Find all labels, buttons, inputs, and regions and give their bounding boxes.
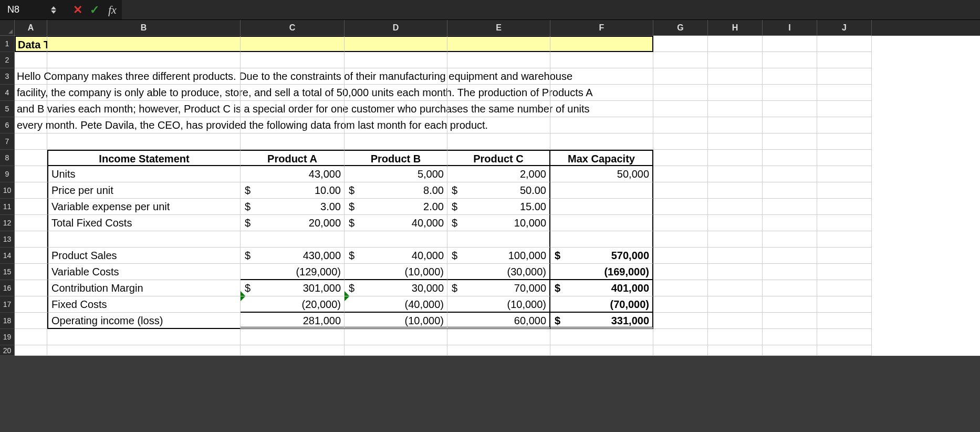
cell[interactable] [550, 215, 653, 231]
cell[interactable] [550, 182, 653, 199]
cell[interactable] [763, 182, 817, 199]
row-header[interactable]: 15 [0, 264, 15, 280]
cell[interactable] [763, 199, 817, 215]
cell[interactable] [447, 329, 550, 345]
cell-value[interactable]: $50.00 [447, 182, 550, 199]
cell-value[interactable]: 5,000 [345, 166, 447, 182]
cell[interactable] [345, 133, 447, 150]
cell[interactable] [817, 329, 872, 345]
row-header[interactable]: 9 [0, 166, 15, 182]
row-label-fixedc[interactable]: Fixed Costs [47, 296, 241, 313]
cell[interactable] [550, 133, 653, 150]
cell[interactable] [15, 182, 47, 199]
cell[interactable] [708, 68, 763, 85]
column-header[interactable]: I [763, 20, 817, 36]
cell-value[interactable]: $2.00 [345, 199, 447, 215]
cell-value[interactable]: 2,000 [447, 166, 550, 182]
row-label-varexp[interactable]: Variable expense per unit [47, 199, 241, 215]
cell[interactable] [15, 215, 47, 231]
cell-value[interactable]: $8.00 [345, 182, 447, 199]
cell[interactable] [708, 52, 763, 68]
cell[interactable] [447, 101, 550, 117]
cell[interactable] [817, 264, 872, 280]
cell[interactable] [653, 313, 708, 329]
cell-value[interactable]: 43,000 [241, 166, 345, 182]
cell-value[interactable]: (30,000) [447, 264, 550, 280]
cell[interactable] [241, 52, 345, 68]
cell[interactable] [653, 280, 708, 296]
cell-value[interactable]: (129,000) [241, 264, 345, 280]
cell[interactable] [550, 117, 653, 133]
cell[interactable] [15, 199, 47, 215]
cell-A1[interactable]: Data Tables - Example [15, 36, 47, 52]
cell[interactable] [653, 85, 708, 101]
cell-E1[interactable] [447, 36, 550, 52]
column-header[interactable]: E [447, 20, 550, 36]
cell[interactable] [550, 85, 653, 101]
row-header[interactable]: 17 [0, 296, 15, 313]
cell[interactable] [817, 296, 872, 313]
cell[interactable] [447, 345, 550, 356]
cell[interactable] [708, 36, 763, 52]
cell[interactable] [15, 52, 47, 68]
row-label-fixed[interactable]: Total Fixed Costs [47, 215, 241, 231]
cell-value[interactable]: $401,000 [550, 280, 653, 296]
column-header[interactable]: A [15, 20, 47, 36]
cell[interactable] [708, 264, 763, 280]
cell-B1[interactable] [47, 36, 241, 52]
cell[interactable] [817, 117, 872, 133]
table-header-product-c[interactable]: Product C [447, 150, 550, 166]
cell-A4[interactable]: facility, the company is only able to pr… [15, 85, 47, 101]
cell[interactable] [763, 101, 817, 117]
cell[interactable] [241, 345, 345, 356]
cell[interactable] [15, 345, 47, 356]
table-header-product-a[interactable]: Product A [241, 150, 345, 166]
cell[interactable] [345, 231, 447, 248]
cell[interactable] [708, 117, 763, 133]
cell[interactable] [708, 248, 763, 264]
cell-C1[interactable] [241, 36, 345, 52]
cell[interactable] [708, 85, 763, 101]
cell[interactable] [817, 68, 872, 85]
row-header[interactable]: 10 [0, 182, 15, 199]
cell[interactable] [708, 199, 763, 215]
cell[interactable] [708, 345, 763, 356]
cell[interactable] [47, 68, 241, 85]
cell[interactable] [550, 329, 653, 345]
cell[interactable] [708, 182, 763, 199]
cell[interactable] [763, 280, 817, 296]
cell[interactable] [15, 313, 47, 329]
cell-A6[interactable]: every month. Pete Davila, the CEO, has p… [15, 117, 47, 133]
cell[interactable] [47, 133, 241, 150]
row-header[interactable]: 8 [0, 150, 15, 166]
cell-value[interactable]: (40,000) [345, 296, 447, 313]
cell[interactable] [817, 150, 872, 166]
row-header[interactable]: 4 [0, 85, 15, 101]
cell[interactable] [817, 182, 872, 199]
cancel-icon[interactable]: ✕ [69, 4, 86, 16]
formula-input[interactable] [122, 0, 980, 19]
column-header[interactable]: H [708, 20, 763, 36]
cell[interactable] [708, 215, 763, 231]
cell[interactable] [817, 215, 872, 231]
cell[interactable] [763, 329, 817, 345]
cell[interactable] [653, 296, 708, 313]
cell[interactable] [47, 52, 241, 68]
cell[interactable] [763, 231, 817, 248]
cell-value[interactable]: $10.00 [241, 182, 345, 199]
cell[interactable] [15, 264, 47, 280]
row-header[interactable]: 12 [0, 215, 15, 231]
cell[interactable] [653, 329, 708, 345]
row-header[interactable]: 16 [0, 280, 15, 296]
fx-icon[interactable]: fx [108, 3, 117, 17]
cell[interactable] [763, 345, 817, 356]
cell[interactable] [653, 264, 708, 280]
cell[interactable] [708, 296, 763, 313]
cell[interactable] [15, 280, 47, 296]
cell[interactable] [447, 133, 550, 150]
cell-value[interactable]: $40,000 [345, 248, 447, 264]
cell[interactable] [653, 199, 708, 215]
cell[interactable] [763, 133, 817, 150]
cell[interactable] [653, 101, 708, 117]
cell-value[interactable]: $301,000 [241, 280, 345, 296]
